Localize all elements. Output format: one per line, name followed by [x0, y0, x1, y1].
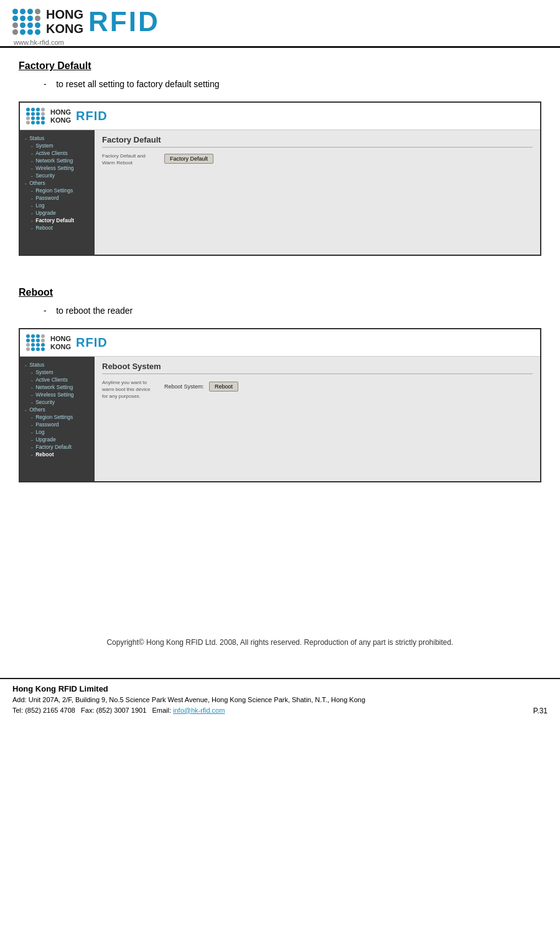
mini-right-panel-2: Reboot System: Reboot [164, 379, 533, 400]
reboot-row: Reboot System: Reboot [164, 382, 533, 392]
nav-log: - Log [31, 202, 90, 209]
nav-reboot: - Reboot [31, 225, 90, 231]
company-name: Hong Kong RFID Limited [12, 684, 365, 693]
mini-body-1: - Status - System - Active Clients - Net… [20, 130, 540, 255]
mini-header-1: HONGKONG RFID [20, 103, 540, 130]
nav2-others: - Others [25, 406, 90, 413]
reboot-button[interactable]: Reboot [209, 382, 238, 392]
logo-dots-icon [12, 9, 41, 35]
mini-sidebar-1: - Status - System - Active Clients - Net… [20, 130, 95, 255]
mini-body-2: - Status - System - Active Clients - Net… [20, 357, 540, 481]
factory-default-heading: Factory Default [19, 60, 541, 72]
nav2-log: - Log [31, 429, 90, 435]
factory-default-button[interactable]: Factory Default [164, 154, 213, 164]
logo-main: HONGKONG RFID [12, 6, 160, 37]
reboot-row-label: Reboot System: [164, 383, 204, 390]
bullet-dash: - [44, 79, 56, 89]
mini-main-panel-2: Reboot System Anytime you want towarm bo… [95, 357, 540, 481]
nav-password: - Password [31, 195, 90, 201]
nav-status: - Status [25, 135, 90, 141]
mini-sidebar-2: - Status - System - Active Clients - Net… [20, 357, 95, 481]
logo-text-rfid: RFID [88, 6, 160, 37]
reboot-screenshot: HONGKONG RFID - Status - System - Active… [19, 328, 541, 482]
nav2-system: - System [31, 369, 90, 375]
mini-left-desc-2: Anytime you want towarm boot this device… [102, 379, 164, 400]
nav2-wireless: - Wireless Setting [31, 392, 90, 398]
section-factory-default: Factory Default - to reset all setting t… [19, 60, 541, 256]
mini-two-col-2: Anytime you want towarm boot this device… [102, 379, 533, 400]
nav2-reboot: - Reboot [31, 451, 90, 458]
footer: Hong Kong RFID Limited Add: Unit 207A, 2… [0, 678, 560, 720]
factory-default-description: - to reset all setting to factory defaul… [44, 79, 541, 89]
nav-system: - System [31, 143, 90, 149]
mini-two-col-1: Factory Default andWarm Reboot Factory D… [102, 153, 533, 166]
mini-logo-dots-2-icon [26, 334, 45, 351]
nav-active-clients: - Active Clients [31, 150, 90, 156]
mini-logo-rfid: RFID [76, 109, 108, 123]
nav-upgrade: - Upgrade [31, 210, 90, 216]
nav2-status: - Status [25, 362, 90, 368]
mini-logo-dots-icon [26, 108, 45, 124]
bullet-dash-2: - [44, 306, 56, 316]
logo-url: www.hk-rfid.com [14, 39, 64, 46]
nav2-factory-default: - Factory Default [31, 444, 90, 450]
nav2-security: - Security [31, 399, 90, 405]
footer-address: Add: Unit 207A, 2/F, Building 9, No.5 Sc… [12, 695, 365, 705]
mini-main-panel-1: Factory Default Factory Default andWarm … [95, 130, 540, 255]
content-spacer [19, 501, 541, 626]
mini-right-panel-1: Factory Default [164, 153, 533, 166]
nav-factory-default: - Factory Default [31, 217, 90, 223]
page-header: HONGKONG RFID www.hk-rfid.com [0, 0, 560, 48]
footer-contact: Tel: (852) 2165 4708 Fax: (852) 3007 190… [12, 705, 365, 716]
mini-left-desc-1: Factory Default andWarm Reboot [102, 153, 164, 166]
mini-logo-hk-2: HONGKONG [50, 335, 71, 350]
footer-page: P.31 [533, 707, 548, 715]
logo-area: HONGKONG RFID www.hk-rfid.com [12, 6, 160, 46]
nav2-upgrade: - Upgrade [31, 436, 90, 443]
factory-default-screenshot: HONGKONG RFID - Status - System - Active… [19, 101, 541, 256]
footer-left: Hong Kong RFID Limited Add: Unit 207A, 2… [12, 684, 365, 715]
section-reboot: Reboot - to reboot the reader HONGKONG R… [19, 287, 541, 482]
nav2-network: - Network Setting [31, 384, 90, 390]
reboot-heading: Reboot [19, 287, 541, 298]
reboot-description: - to reboot the reader [44, 306, 541, 316]
nav-region: - Region Settings [31, 187, 90, 194]
mini-header-2: HONGKONG RFID [20, 329, 540, 357]
mini-panel-title-1: Factory Default [102, 135, 533, 148]
nav-network: - Network Setting [31, 157, 90, 164]
nav-others: - Others [25, 180, 90, 186]
mini-panel-title-2: Reboot System [102, 362, 533, 374]
main-content: Factory Default - to reset all setting t… [0, 48, 560, 678]
nav2-region: - Region Settings [31, 414, 90, 420]
footer-bottom: Hong Kong RFID Limited Add: Unit 207A, 2… [12, 684, 548, 715]
nav-security: - Security [31, 172, 90, 179]
logo-text-hk: HONGKONG [46, 7, 83, 36]
mini-logo-rfid-2: RFID [76, 336, 108, 350]
nav2-active-clients: - Active Clients [31, 377, 90, 383]
nav2-password: - Password [31, 421, 90, 428]
copyright-text: Copyright© Hong Kong RFID Ltd. 2008, All… [19, 638, 541, 647]
mini-logo-hk: HONGKONG [50, 108, 71, 123]
nav-wireless: - Wireless Setting [31, 165, 90, 171]
